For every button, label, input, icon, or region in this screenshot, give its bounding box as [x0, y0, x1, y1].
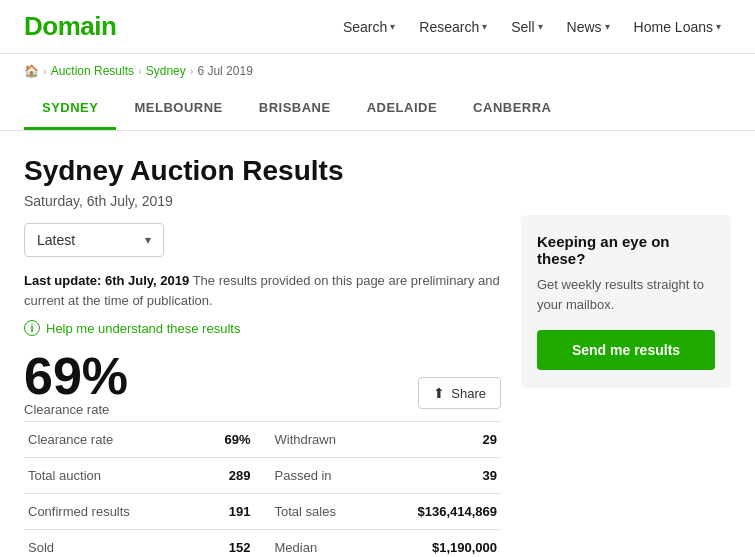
- stats-label: Clearance rate: [28, 432, 113, 447]
- filter-dropdown[interactable]: Latest ▾: [24, 223, 164, 257]
- nav-research-label: Research: [419, 19, 479, 35]
- stats-value: 29: [483, 432, 497, 447]
- chevron-down-icon: ▾: [716, 21, 721, 32]
- nav-search[interactable]: Search ▾: [333, 13, 405, 41]
- stats-label: Withdrawn: [275, 432, 336, 447]
- stats-value: 69%: [224, 432, 250, 447]
- clearance-top: 69% Clearance rate ⬆ Share: [24, 350, 501, 421]
- home-icon[interactable]: 🏠: [24, 64, 39, 78]
- clearance-label: Clearance rate: [24, 402, 128, 417]
- content-area: Sydney Auction Results Saturday, 6th Jul…: [24, 155, 501, 557]
- dropdown-value: Latest: [37, 232, 75, 248]
- nav-sell-label: Sell: [511, 19, 534, 35]
- breadcrumb-sydney[interactable]: Sydney: [146, 64, 186, 78]
- chevron-down-icon: ▾: [482, 21, 487, 32]
- stats-value: 289: [229, 468, 251, 483]
- table-row: Total auction 289 Passed in 39: [24, 458, 501, 494]
- last-update-text: Last update: 6th July, 2019 The results …: [24, 271, 501, 310]
- nav-news[interactable]: News ▾: [557, 13, 620, 41]
- nav-sell[interactable]: Sell ▾: [501, 13, 552, 41]
- help-link[interactable]: i Help me understand these results: [24, 320, 501, 336]
- tab-adelaide[interactable]: ADELAIDE: [349, 88, 455, 130]
- stat-median: Median $1,190,000: [255, 540, 502, 555]
- stat-total-sales: Total sales $136,414,869: [255, 504, 502, 519]
- tab-brisbane[interactable]: BRISBANE: [241, 88, 349, 130]
- stat-passed-in: Passed in 39: [255, 468, 502, 483]
- breadcrumb-separator: ›: [138, 65, 142, 77]
- nav-home-loans-label: Home Loans: [634, 19, 713, 35]
- city-tabs: SYDNEY MELBOURNE BRISBANE ADELAIDE CANBE…: [0, 88, 755, 131]
- table-row: Confirmed results 191 Total sales $136,4…: [24, 494, 501, 530]
- help-text: Help me understand these results: [46, 321, 240, 336]
- page-title: Sydney Auction Results: [24, 155, 501, 187]
- info-icon: i: [24, 320, 40, 336]
- stats-value: 39: [483, 468, 497, 483]
- stats-value: $136,414,869: [417, 504, 497, 519]
- breadcrumb-separator: ›: [43, 65, 47, 77]
- stats-value: 191: [229, 504, 251, 519]
- stats-label: Passed in: [275, 468, 332, 483]
- chevron-down-icon: ▾: [605, 21, 610, 32]
- stat-withdrawn: Withdrawn 29: [255, 432, 502, 447]
- share-icon: ⬆: [433, 385, 445, 401]
- main-content: Sydney Auction Results Saturday, 6th Jul…: [0, 131, 755, 557]
- stats-value: $1,190,000: [432, 540, 497, 555]
- breadcrumb-separator: ›: [190, 65, 194, 77]
- breadcrumb-auction-results[interactable]: Auction Results: [51, 64, 134, 78]
- clearance-percent: 69%: [24, 350, 128, 402]
- page-date: Saturday, 6th July, 2019: [24, 193, 501, 209]
- sidebar-card-text: Get weekly results straight to your mail…: [537, 275, 715, 314]
- sidebar-card: Keeping an eye on these? Get weekly resu…: [521, 215, 731, 388]
- stats-value: 152: [229, 540, 251, 555]
- nav-news-label: News: [567, 19, 602, 35]
- share-label: Share: [451, 386, 486, 401]
- stats-label: Median: [275, 540, 318, 555]
- stats-label: Total auction: [28, 468, 101, 483]
- tab-canberra[interactable]: CANBERRA: [455, 88, 569, 130]
- chevron-down-icon: ▾: [390, 21, 395, 32]
- logo[interactable]: Domain: [24, 11, 116, 42]
- nav-home-loans[interactable]: Home Loans ▾: [624, 13, 731, 41]
- clearance-block: 69% Clearance rate: [24, 350, 128, 421]
- breadcrumb: 🏠 › Auction Results › Sydney › 6 Jul 201…: [0, 54, 755, 88]
- nav: Search ▾ Research ▾ Sell ▾ News ▾ Home L…: [333, 13, 731, 41]
- tab-sydney[interactable]: SYDNEY: [24, 88, 116, 130]
- stats-label: Confirmed results: [28, 504, 130, 519]
- table-row: Sold 152 Median $1,190,000: [24, 530, 501, 557]
- table-row: Clearance rate 69% Withdrawn 29: [24, 422, 501, 458]
- breadcrumb-date: 6 Jul 2019: [197, 64, 252, 78]
- stat-confirmed-results: Confirmed results 191: [24, 504, 255, 519]
- stat-total-auction: Total auction 289: [24, 468, 255, 483]
- share-button[interactable]: ⬆ Share: [418, 377, 501, 409]
- dropdown-arrow-icon: ▾: [145, 233, 151, 247]
- stats-label: Sold: [28, 540, 54, 555]
- nav-search-label: Search: [343, 19, 387, 35]
- tab-melbourne[interactable]: MELBOURNE: [116, 88, 240, 130]
- sidebar: Keeping an eye on these? Get weekly resu…: [521, 155, 731, 557]
- stat-sold: Sold 152: [24, 540, 255, 555]
- chevron-down-icon: ▾: [538, 21, 543, 32]
- send-me-results-button[interactable]: Send me results: [537, 330, 715, 370]
- header: Domain Search ▾ Research ▾ Sell ▾ News ▾…: [0, 0, 755, 54]
- stats-label: Total sales: [275, 504, 336, 519]
- nav-research[interactable]: Research ▾: [409, 13, 497, 41]
- last-update-label: Last update: 6th July, 2019: [24, 273, 189, 288]
- stat-clearance-rate: Clearance rate 69%: [24, 432, 255, 447]
- sidebar-card-title: Keeping an eye on these?: [537, 233, 715, 267]
